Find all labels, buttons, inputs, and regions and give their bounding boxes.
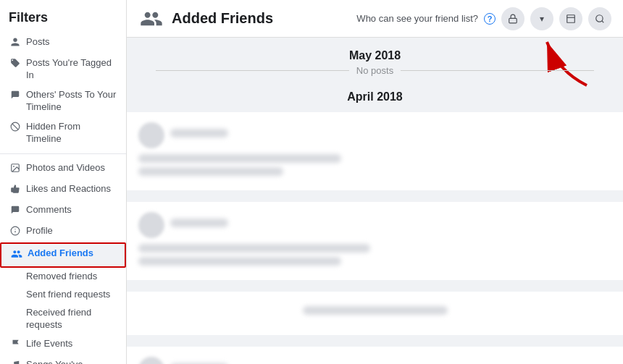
person-icon bbox=[9, 37, 22, 50]
sidebar-item-label: Hidden From Timeline bbox=[26, 121, 117, 145]
svg-point-3 bbox=[13, 166, 14, 167]
sidebar-item-removed-friends[interactable]: Removed friends bbox=[0, 268, 126, 286]
blurred-content-1a bbox=[138, 154, 341, 163]
avatar-1 bbox=[138, 122, 164, 148]
no-posts-label: No posts bbox=[349, 65, 401, 76]
photo-icon bbox=[9, 163, 22, 176]
post-item-4 bbox=[127, 347, 623, 364]
sidebar-item-profile[interactable]: Profile bbox=[0, 221, 126, 242]
blurred-content-2b bbox=[138, 257, 341, 266]
post-header-text-1 bbox=[170, 129, 611, 142]
header-friends-icon bbox=[138, 6, 164, 32]
header-controls: Who can see your friend list? ? ▾ bbox=[356, 7, 611, 30]
blurred-content-2a bbox=[138, 244, 370, 253]
sidebar-item-sent-requests[interactable]: Sent friend requests bbox=[0, 286, 126, 304]
sidebar-item-label: Comments bbox=[26, 204, 72, 216]
who-can-see-label: Who can see your friend list? bbox=[356, 13, 478, 24]
post-header-1 bbox=[138, 122, 611, 148]
sidebar-item-label: Songs You've Listened To bbox=[26, 359, 117, 364]
info-icon bbox=[9, 226, 22, 239]
main-header: Added Friends Who can see your friend li… bbox=[127, 0, 623, 38]
svg-point-16 bbox=[596, 14, 603, 21]
search-button[interactable] bbox=[588, 7, 611, 30]
sidebar-divider-1 bbox=[0, 153, 126, 154]
svg-line-17 bbox=[602, 20, 604, 22]
sidebar-item-comments[interactable]: Comments bbox=[0, 200, 126, 221]
sidebar-item-label: Posts bbox=[26, 36, 50, 48]
svg-rect-14 bbox=[567, 14, 575, 22]
post-item-2 bbox=[127, 202, 623, 280]
may-2018-section: May 2018 No posts bbox=[127, 38, 623, 85]
sidebar-item-others-posts[interactable]: Others' Posts To Your Timeline bbox=[0, 85, 126, 117]
question-mark-icon[interactable]: ? bbox=[484, 13, 496, 25]
sidebar-item-label: Others' Posts To Your Timeline bbox=[26, 89, 117, 114]
post-header-4 bbox=[138, 357, 611, 364]
sidebar-sub-label: Sent friend requests bbox=[26, 289, 110, 300]
sidebar-sub-label: Removed friends bbox=[26, 271, 97, 282]
sidebar-item-hidden[interactable]: Hidden From Timeline bbox=[0, 117, 126, 149]
divider-3 bbox=[127, 338, 623, 344]
post-header-text-2 bbox=[170, 219, 611, 232]
flag-icon bbox=[9, 339, 22, 352]
date-april-2018: April 2018 bbox=[127, 90, 623, 103]
lock-button[interactable] bbox=[501, 7, 524, 30]
window-icon-button[interactable] bbox=[559, 7, 582, 30]
hidden-icon bbox=[9, 122, 22, 135]
avatar-2 bbox=[138, 212, 164, 238]
sidebar-item-photos-videos[interactable]: Photos and Videos bbox=[0, 158, 126, 179]
sidebar-item-posts[interactable]: Posts bbox=[0, 33, 126, 54]
music-icon bbox=[9, 360, 22, 364]
blurred-name-1 bbox=[170, 129, 228, 137]
avatar-4 bbox=[138, 357, 164, 364]
sidebar: Filters Posts Posts You're Tagged In Oth… bbox=[0, 0, 127, 364]
sidebar-item-label: Life Events bbox=[26, 338, 72, 350]
thumb-icon bbox=[9, 184, 22, 197]
sidebar-sub-label: Received friend requests bbox=[26, 307, 91, 330]
sidebar-item-likes-reactions[interactable]: Likes and Reactions bbox=[0, 179, 126, 200]
date-may-2018: May 2018 bbox=[127, 49, 623, 62]
post-item-1 bbox=[127, 112, 623, 190]
content-area: May 2018 No posts April 2018 bbox=[127, 38, 623, 364]
tag-icon bbox=[9, 58, 22, 71]
sidebar-item-label: Likes and Reactions bbox=[26, 183, 111, 195]
sidebar-item-label: Added Friends bbox=[28, 247, 93, 260]
blurred-name-2 bbox=[170, 219, 228, 227]
april-2018-section: April 2018 bbox=[127, 85, 623, 109]
comment-icon bbox=[9, 90, 22, 103]
sidebar-title: Filters bbox=[0, 7, 126, 33]
sidebar-item-songs[interactable]: Songs You've Listened To bbox=[0, 355, 126, 364]
sidebar-item-posts-tagged[interactable]: Posts You're Tagged In bbox=[0, 54, 126, 85]
divider-1 bbox=[127, 193, 623, 199]
divider-2 bbox=[127, 283, 623, 289]
page-title: Added Friends bbox=[172, 10, 356, 27]
speech-icon bbox=[9, 205, 22, 218]
sidebar-item-added-friends[interactable]: Added Friends bbox=[0, 242, 126, 268]
sidebar-item-label: Profile bbox=[26, 225, 53, 237]
sidebar-item-label: Posts You're Tagged In bbox=[26, 57, 117, 82]
sidebar-item-life-events[interactable]: Life Events bbox=[0, 334, 126, 355]
sidebar-item-received-requests[interactable]: Received friend requests bbox=[0, 304, 126, 334]
post-item-3 bbox=[127, 292, 623, 335]
blurred-center-3 bbox=[303, 306, 448, 315]
main-content: Added Friends Who can see your friend li… bbox=[127, 0, 623, 364]
svg-rect-13 bbox=[509, 18, 517, 22]
sidebar-item-label: Photos and Videos bbox=[26, 162, 105, 174]
blurred-content-1b bbox=[138, 167, 283, 176]
post-header-2 bbox=[138, 212, 611, 238]
friends-icon bbox=[10, 248, 23, 263]
dropdown-button[interactable]: ▾ bbox=[530, 7, 553, 30]
svg-line-1 bbox=[12, 124, 18, 130]
